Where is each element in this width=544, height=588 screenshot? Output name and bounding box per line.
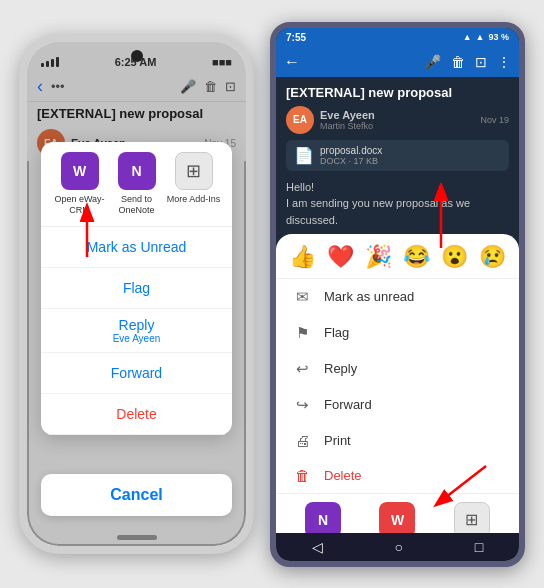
android-device: 7:55 ▲ ▲ 93 % ← 🎤 🗑 ⊡ ⋮ [EXTERNAL] new p… (270, 22, 525, 567)
android-status-bar: 7:55 ▲ ▲ 93 % (276, 28, 519, 47)
iphone-ewaycrm-icon: W (61, 152, 99, 190)
android-emoji-row: 👍 ❤️ 🎉 😂 😮 😢 (276, 234, 519, 279)
iphone-reply-label: Reply (57, 317, 216, 333)
android-nav-recents[interactable]: □ (475, 539, 483, 555)
svg-line-5 (441, 466, 486, 501)
android-time: 7:55 (286, 32, 306, 43)
android-nav-home[interactable]: ○ (395, 539, 403, 555)
android-delete-icon: 🗑 (292, 467, 312, 484)
iphone-addin-more[interactable]: ⊞ More Add-Ins (165, 152, 222, 216)
iphone-device: 6:25 AM ■■■ ‹ ••• 🎤 🗑 ⊡ [EXTERNAL] new p… (19, 34, 254, 554)
android-flag-label: Flag (324, 325, 349, 340)
android-status-right: ▲ ▲ 93 % (463, 32, 509, 42)
android-emoji-heart[interactable]: ❤️ (327, 244, 354, 270)
iphone-context-menu: W Open eWay-CRM N Send to OneNote ⊞ More… (41, 142, 232, 435)
android-attach-meta: DOCX · 17 KB (320, 156, 382, 166)
android-delete-label: Delete (324, 468, 362, 483)
iphone-forward[interactable]: Forward (41, 353, 232, 394)
android-attachment[interactable]: 📄 proposal.docx DOCX · 17 KB (286, 140, 509, 171)
android-mic-icon[interactable]: 🎤 (424, 54, 441, 70)
android-red-arrow-crm (431, 461, 491, 515)
android-back-button[interactable]: ← (284, 53, 300, 71)
iphone-addins-row: W Open eWay-CRM N Send to OneNote ⊞ More… (41, 142, 232, 227)
android-attach-name: proposal.docx (320, 145, 382, 156)
android-flag-icon: ⚑ (292, 324, 312, 342)
android-emoji-thumbsup[interactable]: 👍 (289, 244, 316, 270)
iphone-more-addins-icon: ⊞ (175, 152, 213, 190)
android-email-subject: [EXTERNAL] new proposal (286, 85, 509, 100)
android-signal-icon: ▲ (476, 32, 485, 42)
android-print-icon: 🖨 (292, 432, 312, 449)
android-mark-unread-label: Mark as unread (324, 289, 414, 304)
android-reply-icon: ↩ (292, 360, 312, 378)
android-battery: 93 % (488, 32, 509, 42)
android-avatar: EA (286, 106, 314, 134)
android-mark-unread-icon: ✉ (292, 288, 312, 306)
iphone-cancel-button[interactable]: Cancel (41, 474, 232, 516)
android-reply-label: Reply (324, 361, 357, 376)
iphone-mark-unread[interactable]: Mark as Unread (41, 227, 232, 268)
android-print[interactable]: 🖨 Print (276, 423, 519, 458)
android-print-label: Print (324, 433, 351, 448)
android-more-icon[interactable]: ⋮ (497, 54, 511, 70)
android-top-icons: 🎤 🗑 ⊡ ⋮ (424, 54, 511, 70)
iphone-more-addins-label: More Add-Ins (167, 194, 221, 205)
android-mark-unread[interactable]: ✉ Mark as unread (276, 279, 519, 315)
iphone-red-arrow (77, 202, 127, 265)
android-forward-label: Forward (324, 397, 372, 412)
iphone-flag[interactable]: Flag (41, 268, 232, 309)
iphone-reply[interactable]: Reply Eve Ayeen (41, 309, 232, 353)
android-sender-info: Eve Ayeen Martin Štefko (320, 109, 474, 131)
android-nav-bar: ◁ ○ □ (276, 533, 519, 561)
android-top-bar: ← 🎤 🗑 ⊡ ⋮ (276, 47, 519, 77)
android-sender-sub: Martin Štefko (320, 121, 474, 131)
android-sender-row: EA Eve Ayeen Martin Štefko Nov 19 (286, 106, 509, 134)
android-forward-icon: ↪ (292, 396, 312, 414)
iphone-notch (131, 50, 143, 62)
android-nav-back[interactable]: ◁ (312, 539, 323, 555)
iphone-delete[interactable]: Delete (41, 394, 232, 435)
android-red-arrow-up (426, 183, 456, 257)
android-emoji-cry[interactable]: 😢 (479, 244, 506, 270)
android-sender-name: Eve Ayeen (320, 109, 474, 121)
android-flag[interactable]: ⚑ Flag (276, 315, 519, 351)
android-attach-icon: 📄 (294, 146, 314, 165)
android-attach-info: proposal.docx DOCX · 17 KB (320, 145, 382, 166)
android-emoji-party[interactable]: 🎉 (365, 244, 392, 270)
android-email-date: Nov 19 (480, 115, 509, 125)
android-trash-icon[interactable]: 🗑 (451, 54, 465, 70)
android-archive-icon[interactable]: ⊡ (475, 54, 487, 70)
android-reply[interactable]: ↩ Reply (276, 351, 519, 387)
android-forward[interactable]: ↪ Forward (276, 387, 519, 423)
iphone-onenote-icon: N (118, 152, 156, 190)
android-wifi-icon: ▲ (463, 32, 472, 42)
iphone-reply-sub: Eve Ayeen (57, 333, 216, 344)
